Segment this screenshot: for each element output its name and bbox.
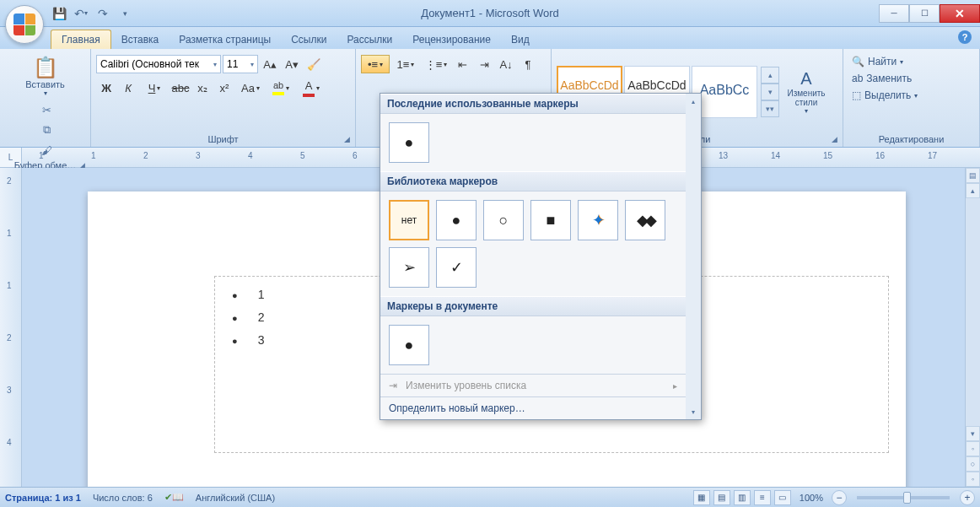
view-draft[interactable]: ▭ (774, 490, 791, 505)
word-count[interactable]: Число слов: 6 (93, 493, 153, 503)
numbering-button[interactable]: 1≡▾ (391, 55, 420, 73)
replace-button[interactable]: abЗаменить (848, 71, 974, 86)
bullet-option-check[interactable]: ✓ (436, 247, 477, 288)
ruler-toggle[interactable]: ▤ (966, 168, 980, 183)
shrink-font-button[interactable]: A▾ (282, 55, 302, 73)
print-layout-icon: ▦ (697, 493, 705, 502)
clear-formatting-button[interactable]: 🧹 (304, 55, 324, 73)
scroll-down[interactable]: ▾ (966, 426, 980, 441)
tab-insert[interactable]: Вставка (111, 30, 170, 49)
tab-layout[interactable]: Разметка страницы (169, 30, 281, 49)
bullet-option-diamond4[interactable]: ◆◆ (625, 200, 665, 240)
multilevel-button[interactable]: ⋮≡▾ (422, 55, 450, 73)
subscript-button[interactable]: x₂ (192, 78, 213, 97)
sort-icon: A↓ (499, 58, 512, 71)
change-list-level: ⇥ Изменить уровень списка ▸ (380, 374, 686, 396)
zoom-level[interactable]: 100% (800, 493, 823, 503)
bullet-option-4star[interactable]: ✦ (578, 200, 618, 240)
select-button[interactable]: ⬚Выделить▾ (848, 88, 974, 103)
superscript-button[interactable]: x² (214, 78, 234, 97)
bullet-option-disc[interactable]: ● (436, 200, 477, 240)
grow-font-icon: A▴ (263, 58, 277, 71)
redo-button[interactable]: ↷ (94, 5, 111, 22)
font-size-combo[interactable]: 11▾ (223, 55, 258, 73)
check-icon: ✓ (450, 258, 463, 277)
paste-button[interactable]: 📋 Вставить ▾ (24, 52, 67, 100)
font-color-button[interactable]: A▾ (297, 78, 326, 97)
diamonds-icon: ◆◆ (637, 211, 654, 229)
highlight-button[interactable]: ab▾ (267, 78, 295, 97)
tab-references[interactable]: Ссылки (281, 30, 337, 49)
styles-more[interactable]: ▾▾ (761, 100, 779, 117)
office-button[interactable] (5, 5, 44, 44)
zoom-out-button[interactable]: − (832, 490, 847, 505)
zoom-slider[interactable] (857, 496, 950, 499)
cut-button[interactable]: ✂ (38, 100, 57, 119)
bullet-option-disc[interactable]: ● (389, 325, 429, 365)
show-marks-button[interactable]: ¶ (518, 55, 538, 73)
save-button[interactable]: 💾 (51, 5, 67, 22)
zoom-in-button[interactable]: + (960, 490, 975, 505)
prev-page[interactable]: ◦ (966, 441, 980, 456)
underline-button[interactable]: Ч▾ (140, 78, 169, 97)
language-status[interactable]: Английский (США) (196, 493, 275, 503)
next-page[interactable]: ◦ (966, 472, 980, 487)
find-button[interactable]: 🔍Найти▾ (848, 54, 974, 69)
styles-up[interactable]: ▴ (761, 67, 779, 84)
bold-button[interactable]: Ж (96, 78, 116, 97)
scroll-down[interactable]: ▾ (686, 404, 701, 419)
view-web[interactable]: ▥ (734, 490, 751, 505)
ruler-vertical[interactable]: 211234 (0, 168, 22, 487)
close-button[interactable]: ✕ (940, 4, 980, 23)
view-outline[interactable]: ≡ (754, 490, 771, 505)
spellcheck-icon[interactable]: ✔📖 (164, 492, 184, 503)
slider-thumb[interactable] (903, 492, 911, 504)
bullets-button[interactable]: •≡▾ (361, 55, 390, 73)
popup-scrollbar[interactable]: ▴ ▾ (686, 94, 701, 419)
strikethrough-button[interactable]: abc (170, 78, 191, 97)
binoculars-icon: 🔍 (852, 56, 864, 67)
window-controls: ─ ☐ ✕ (879, 4, 980, 23)
dialog-launcher[interactable]: ◢ (344, 135, 350, 143)
scroll-up[interactable]: ▴ (966, 183, 980, 198)
vertical-scrollbar[interactable]: ▤ ▴ ▾ ◦ ○ ◦ (965, 168, 980, 487)
minimize-button[interactable]: ─ (879, 4, 909, 23)
bullet-option-disc[interactable]: ● (389, 122, 429, 163)
page-status[interactable]: Страница: 1 из 1 (5, 493, 81, 503)
decrease-indent-button[interactable]: ⇤ (452, 55, 472, 73)
help-button[interactable]: ? (958, 30, 972, 44)
undo-icon: ↶ (74, 7, 84, 20)
scroll-up[interactable]: ▴ (686, 94, 701, 109)
dialog-launcher[interactable]: ◢ (832, 135, 837, 143)
grow-font-button[interactable]: A▴ (260, 55, 280, 73)
bullet-option-circle[interactable]: ○ (483, 200, 524, 240)
view-full-screen[interactable]: ▤ (713, 490, 730, 505)
outline-icon: ≡ (760, 493, 765, 502)
undo-button[interactable]: ↶▾ (73, 5, 89, 22)
styles-down[interactable]: ▾ (761, 84, 779, 100)
cursor-icon: ⬚ (852, 89, 861, 101)
increase-indent-button[interactable]: ⇥ (474, 55, 494, 73)
copy-button[interactable]: ⧉ (38, 121, 57, 139)
browse-object[interactable]: ○ (966, 456, 980, 472)
indent-icon: ⇥ (389, 380, 397, 391)
maximize-button[interactable]: ☐ (909, 4, 940, 23)
bullet-option-none[interactable]: нет (389, 200, 429, 240)
chevron-right-icon: ▸ (673, 381, 677, 391)
view-print-layout[interactable]: ▦ (693, 490, 710, 505)
tab-home[interactable]: Главная (51, 30, 111, 49)
sort-button[interactable]: A↓ (496, 55, 516, 73)
tab-review[interactable]: Рецензирование (402, 30, 501, 49)
tab-mailings[interactable]: Рассылки (337, 30, 402, 49)
bullet-option-arrow[interactable]: ➢ (389, 247, 429, 288)
italic-button[interactable]: К (118, 78, 138, 97)
maximize-icon: ☐ (921, 8, 929, 18)
qat-customize[interactable]: ▾ (116, 5, 133, 22)
tab-view[interactable]: Вид (501, 30, 540, 49)
save-icon: 💾 (52, 7, 67, 20)
change-styles-button[interactable]: A Изменить стили ▾ (781, 66, 832, 118)
change-case-button[interactable]: Aa▾ (236, 78, 265, 97)
bullet-option-square[interactable]: ■ (530, 200, 571, 240)
font-name-combo[interactable]: Calibri (Основной тек▾ (96, 55, 221, 73)
define-new-bullet[interactable]: Определить новый маркер… (380, 396, 686, 419)
